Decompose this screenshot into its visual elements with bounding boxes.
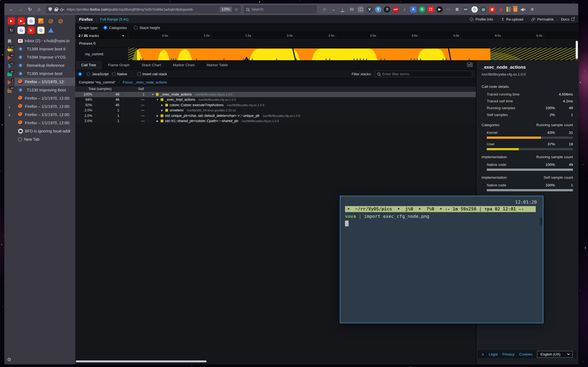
code-icon[interactable]: </>: [445, 6, 451, 13]
search-bar[interactable]: Search: [244, 5, 317, 13]
grammarly-icon[interactable]: G: [419, 6, 425, 13]
forward-button-icon[interactable]: →: [16, 5, 25, 13]
downloads-icon[interactable]: ↓: [339, 6, 346, 13]
terminal-scrollbar[interactable]: [540, 217, 542, 225]
pinned-tab-google-account[interactable]: G: [37, 27, 45, 34]
pinned-tab-drive[interactable]: [47, 27, 54, 34]
pinned-tab-blender[interactable]: [37, 17, 45, 25]
expander-icon[interactable]: [156, 120, 159, 122]
call-tree-row[interactable]: 100% 49 1 _exec_node_actions /usr/lib/li…: [75, 92, 476, 97]
sidebars-icon[interactable]: [357, 6, 364, 13]
full-range-link[interactable]: Full Range (5.4s): [100, 17, 129, 21]
sidebar-tab[interactable]: T1395 Improve boot ti: [15, 45, 75, 53]
expander-icon[interactable]: [161, 109, 164, 112]
music-note-icon[interactable]: ♪: [401, 6, 408, 13]
url-bar[interactable]: https://profiler.firefox.com/public/cp28…: [46, 5, 241, 13]
filter-javascript[interactable]: JavaScript: [87, 72, 109, 76]
legal-link[interactable]: Legal: [489, 352, 498, 356]
camera-icon[interactable]: ◉: [489, 6, 495, 13]
pinned-tab-youtube[interactable]: [27, 27, 35, 34]
track-label[interactable]: my_commit: [75, 48, 128, 60]
pinned-tab-audio[interactable]: @: [47, 17, 54, 25]
expander-icon[interactable]: [161, 104, 164, 106]
sidebar-tab[interactable]: T4394 Improve VYOS: [15, 53, 75, 61]
rail-item[interactable]: $ 21: [4, 62, 15, 70]
lock-icon[interactable]: [54, 9, 58, 11]
sidebar-tab[interactable]: Firefox – 1/1/1970, 12:00:: [15, 94, 75, 102]
panel-tab[interactable]: Flame Graph: [102, 61, 136, 70]
pinned-tab-google[interactable]: G: [27, 17, 35, 25]
call-tree-row[interactable]: 94% 46 — _exec_tmpl_actions /usr/lib/lib…: [75, 97, 476, 103]
graph-type-categories[interactable]: Categories: [103, 26, 127, 30]
pinned-tab-history[interactable]: ↻: [8, 27, 15, 34]
graph-type-stack-height[interactable]: Stack height: [134, 26, 160, 30]
expander-icon[interactable]: [151, 93, 154, 96]
time-ruler[interactable]: 0.5s 1.0s 1.5s 2.0s 2.5s 3.0s: [128, 32, 578, 39]
expander-icon[interactable]: [156, 98, 159, 101]
process-row[interactable]: Process 0: [75, 39, 578, 48]
library-icon[interactable]: ☰: [348, 6, 355, 13]
open-sidebar-icon[interactable]: [467, 63, 473, 67]
call-tree-row[interactable]: 92% 45 — cstore::Cstore::executeTmplActi…: [75, 102, 476, 108]
pinned-tab-audio[interactable]: @: [57, 17, 64, 25]
sidebar-settings-gear-icon[interactable]: ⚙: [7, 357, 11, 363]
close-footer-icon[interactable]: ×: [482, 352, 484, 357]
track-category-graph[interactable]: [128, 48, 578, 60]
pencils-icon[interactable]: [506, 7, 511, 12]
sidebar-tab[interactable]: Firefox – 1/1/1970, 12:: [15, 78, 75, 86]
spy-icon[interactable]: oo: [463, 6, 469, 13]
pinned-tab-youtube-studio[interactable]: [18, 17, 25, 25]
rail-item[interactable]: [4, 119, 15, 128]
filter-native[interactable]: Native: [112, 72, 127, 76]
ring-icon[interactable]: ◎: [480, 6, 486, 13]
column-self[interactable]: Self: [123, 87, 148, 91]
rail-item[interactable]: 43: [4, 54, 15, 62]
sidebar-tab[interactable]: Firefox – 1/1/1970, 12:00:: [15, 119, 75, 127]
filter-all-stacks[interactable]: [78, 72, 83, 76]
volume-icon[interactable]: ◀»: [520, 6, 526, 13]
pinned-tab-google[interactable]: G: [18, 27, 25, 34]
expander-icon[interactable]: [156, 114, 159, 117]
rail-item[interactable]: [4, 37, 15, 45]
sidebar-tab[interactable]: Firefox – 1/1/1970, 12:00:: [15, 102, 75, 111]
account-icon[interactable]: V: [366, 6, 373, 13]
cookies-link[interactable]: Cookies: [519, 352, 532, 356]
breadcrumb-focus[interactable]: Focus: _exec_node_actions: [123, 80, 167, 84]
rail-item[interactable]: 2: [4, 78, 15, 86]
column-total-samples[interactable]: Total (samples): [75, 87, 123, 91]
bookmark-add-icon[interactable]: ☆: [321, 6, 328, 13]
clipper-icon[interactable]: ❐: [428, 6, 434, 13]
stripes-icon[interactable]: ≣: [454, 6, 460, 13]
home-button-icon[interactable]: ⌂: [35, 5, 43, 13]
panel-tab[interactable]: Marker Table: [201, 61, 234, 70]
rail-item[interactable]: 13: [4, 45, 15, 54]
pocket-icon[interactable]: ⌄: [330, 6, 337, 13]
call-tree-row[interactable]: 2.0% 1 — unsetenv /usr/lib/x86_64-linux-…: [75, 108, 476, 113]
gsearch-icon[interactable]: G: [471, 6, 478, 13]
adblock-plus-icon[interactable]: ABP: [393, 6, 399, 13]
trash-icon[interactable]: [513, 7, 517, 12]
sidebar-tab[interactable]: BFD is ignoring local-addr: [15, 127, 75, 135]
pin-icon[interactable]: ◆: [498, 6, 504, 13]
translate-icon[interactable]: A: [410, 6, 416, 13]
reupload-button[interactable]: ↥Re-upload: [501, 17, 523, 21]
timeline-scrollbar[interactable]: [576, 41, 578, 59]
sidebar-tab[interactable]: T1230 Improving Boot: [15, 86, 75, 94]
rail-item[interactable]: [4, 128, 15, 136]
pinned-tab-youtube[interactable]: [8, 17, 15, 25]
tracking-shield-icon[interactable]: [48, 7, 52, 11]
rail-item[interactable]: +: [4, 111, 15, 119]
rail-item[interactable]: 24: [4, 70, 15, 78]
rail-item[interactable]: 43: [4, 86, 15, 95]
call-tree-row[interactable]: 2.0% 1 — std::tr1::shared_ptr<cstore::Cp…: [75, 119, 476, 124]
panel-tab[interactable]: Stack Chart: [136, 61, 167, 70]
sidebar-tab[interactable]: Inbox (2) - v.huti@vyos.io: [15, 37, 75, 45]
breadcrumb-root[interactable]: Complete “my_commit”: [79, 80, 115, 84]
permissions-icon[interactable]: [60, 8, 64, 11]
profile-info-button[interactable]: iProfile Info: [470, 17, 493, 21]
invert-call-stack-checkbox[interactable]: Invert call stack: [137, 72, 167, 76]
dark-mode-icon[interactable]: Ɔ: [384, 6, 390, 13]
panel-tab[interactable]: Marker Chart: [167, 61, 201, 70]
back-button-icon[interactable]: ←: [7, 5, 15, 13]
rail-item[interactable]: [4, 95, 15, 103]
